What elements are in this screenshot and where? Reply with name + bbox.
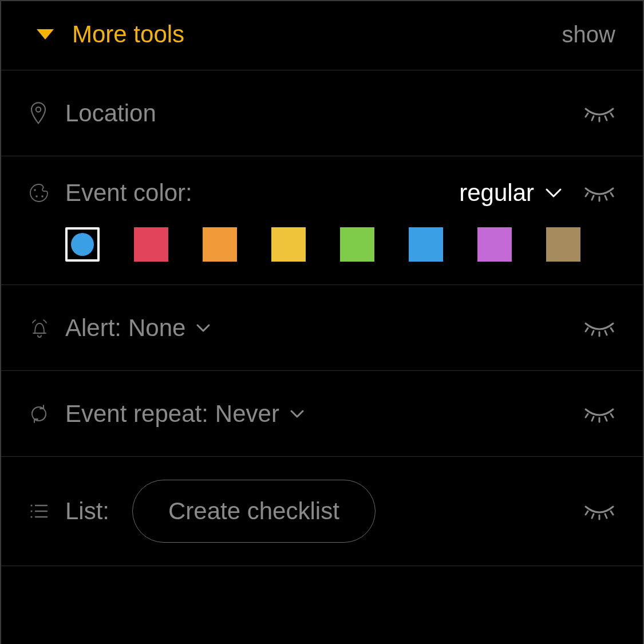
- event-color-row: Event color: regular: [1, 156, 643, 285]
- alert-value: None: [128, 314, 185, 342]
- svg-line-18: [611, 328, 613, 331]
- svg-line-20: [592, 417, 594, 421]
- list-row: List: Create checklist: [1, 457, 643, 566]
- eye-closed-icon[interactable]: [583, 103, 615, 124]
- color-mode-value[interactable]: regular: [459, 179, 534, 207]
- svg-line-4: [605, 116, 607, 120]
- svg-line-22: [605, 417, 607, 421]
- svg-line-33: [605, 514, 607, 518]
- svg-line-17: [605, 331, 607, 335]
- show-toggle[interactable]: show: [562, 22, 615, 48]
- svg-line-34: [611, 511, 613, 515]
- svg-point-7: [35, 195, 38, 197]
- svg-point-26: [30, 510, 32, 512]
- svg-line-1: [586, 113, 588, 117]
- chevron-down-icon[interactable]: [290, 409, 305, 418]
- svg-line-13: [611, 193, 613, 196]
- list-icon: [29, 503, 65, 520]
- color-swatch-1[interactable]: [134, 227, 168, 262]
- repeat-value: Never: [215, 400, 279, 428]
- event-color-label: Event color:: [65, 179, 192, 207]
- color-swatch-4[interactable]: [340, 227, 374, 262]
- eye-closed-icon[interactable]: [583, 501, 615, 521]
- svg-line-23: [611, 414, 613, 417]
- svg-line-10: [592, 196, 594, 200]
- color-swatch-2[interactable]: [203, 227, 237, 262]
- chevron-down-icon[interactable]: [544, 187, 563, 199]
- chevron-down-icon[interactable]: [196, 323, 211, 333]
- svg-line-19: [586, 414, 588, 417]
- svg-line-12: [605, 196, 607, 200]
- svg-line-5: [611, 113, 613, 117]
- location-row[interactable]: Location: [1, 70, 643, 156]
- svg-line-31: [592, 514, 594, 518]
- svg-line-15: [592, 331, 594, 335]
- svg-line-9: [586, 193, 588, 196]
- list-label: List:: [65, 497, 109, 525]
- alert-row[interactable]: Alert: None: [1, 285, 643, 371]
- svg-line-14: [586, 328, 588, 331]
- color-swatch-0[interactable]: [65, 227, 100, 262]
- location-pin-icon: [29, 102, 65, 125]
- header-title: More tools: [72, 21, 184, 48]
- svg-line-30: [586, 511, 588, 515]
- location-label: Location: [65, 100, 156, 127]
- bell-icon: [29, 317, 65, 339]
- eye-closed-icon[interactable]: [583, 318, 615, 338]
- palette-icon: [29, 183, 65, 203]
- svg-point-24: [30, 504, 32, 506]
- eye-closed-icon[interactable]: [583, 183, 615, 203]
- repeat-row[interactable]: Event repeat: Never: [1, 371, 643, 457]
- color-swatch-3[interactable]: [271, 227, 306, 262]
- more-tools-panel: More tools show Location: [0, 0, 644, 644]
- svg-line-2: [592, 116, 594, 120]
- svg-point-6: [34, 189, 36, 191]
- repeat-icon: [29, 404, 65, 424]
- color-swatch-5[interactable]: [409, 227, 443, 262]
- svg-point-8: [41, 195, 44, 197]
- eye-closed-icon[interactable]: [583, 404, 615, 424]
- repeat-label: Event repeat:: [65, 400, 208, 428]
- svg-point-28: [30, 516, 32, 517]
- color-swatch-6[interactable]: [477, 227, 512, 262]
- color-swatch-7[interactable]: [546, 227, 580, 262]
- svg-point-0: [36, 107, 41, 112]
- color-palette: [29, 227, 615, 262]
- triangle-down-icon: [37, 29, 54, 39]
- alert-label: Alert:: [65, 314, 121, 342]
- create-checklist-button[interactable]: Create checklist: [132, 480, 376, 543]
- more-tools-header[interactable]: More tools show: [1, 1, 643, 70]
